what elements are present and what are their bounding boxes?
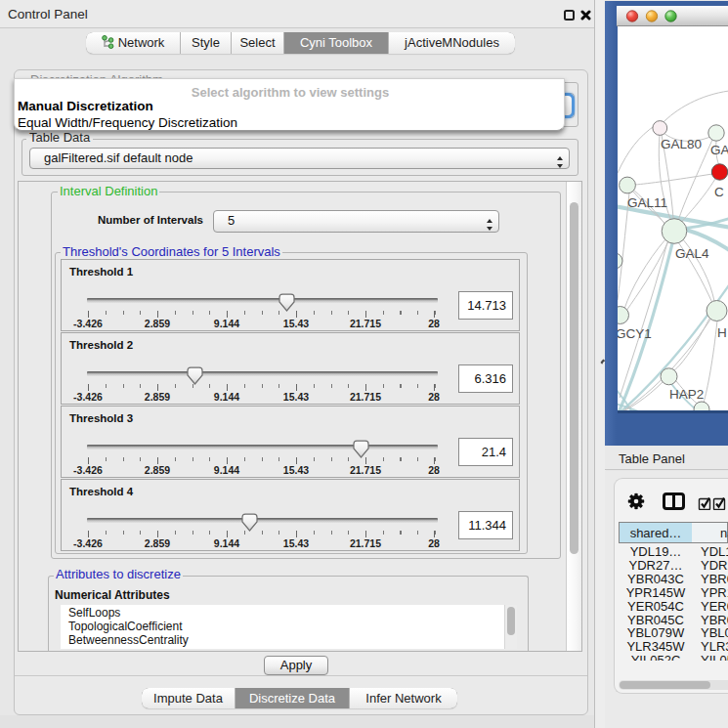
svg-text:GAL80: GAL80	[661, 137, 702, 151]
svg-text:GAL11: GAL11	[627, 195, 667, 210]
svg-text:HAP2: HAP2	[669, 387, 704, 402]
svg-text:GA: GA	[710, 143, 728, 157]
svg-text:GCY1: GCY1	[618, 326, 652, 341]
svg-text:H: H	[717, 325, 727, 340]
svg-text:C: C	[714, 185, 724, 199]
svg-text:GAL4: GAL4	[675, 246, 709, 261]
